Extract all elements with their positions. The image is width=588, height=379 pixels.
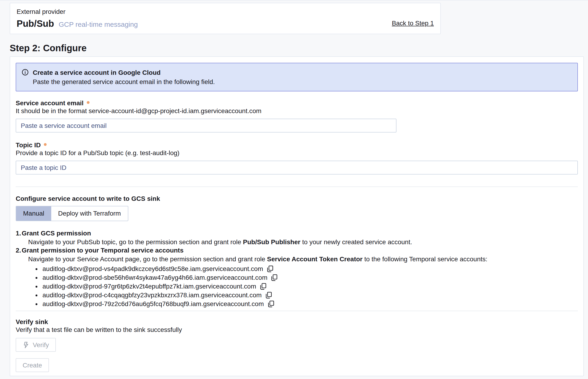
back-to-step-1-link[interactable]: Back to Step 1 <box>392 19 434 27</box>
page: External provider Pub/Sub GCP real-time … <box>0 0 588 379</box>
required-indicator <box>87 101 90 104</box>
service-account-email: auditlog-dktxv@prod-sbe56h6wr4sykaw47a6y… <box>43 273 267 282</box>
required-indicator <box>44 143 46 146</box>
copy-icon[interactable] <box>267 300 274 307</box>
list-item: auditlog-dktxv@prod-c4cqaqgbfzy23vpzkbxz… <box>43 291 578 300</box>
configure-sink-label: Configure service account to write to GC… <box>16 195 578 203</box>
provider-card-label: External provider <box>17 8 434 16</box>
list-item: auditlog-dktxv@prod-vs4padk9dkczcey6d6st… <box>43 265 578 273</box>
instruction-steps: 1.Grant GCS permission Navigate to your … <box>16 229 578 308</box>
info-icon <box>22 69 29 86</box>
service-account-email: auditlog-dktxv@prod-vs4padk9dkczcey6d6st… <box>43 265 263 273</box>
topic-id-input[interactable] <box>16 161 578 174</box>
tab-manual[interactable]: Manual <box>16 206 51 221</box>
field-service-account-email: Service account email It should be in th… <box>16 99 578 132</box>
step-description: Navigate to your Service Account page, g… <box>22 254 578 263</box>
provider-card: External provider Pub/Sub GCP real-time … <box>10 3 441 34</box>
topic-id-label: Topic ID <box>16 141 578 149</box>
list-item: auditlog-dktxv@prod-97gr6tp6zkv2t4epubff… <box>43 282 578 291</box>
banner-title: Create a service account in Google Cloud <box>33 68 215 77</box>
service-account-list: auditlog-dktxv@prod-vs4padk9dkczcey6d6st… <box>22 265 578 308</box>
service-account-email-hint: It should be in the format service-accou… <box>16 107 578 115</box>
provider-name: Pub/Sub <box>17 18 54 29</box>
list-item: auditlog-dktxv@prod-79z2c6d76au6g5fcq768… <box>43 300 578 308</box>
service-account-email: auditlog-dktxv@prod-97gr6tp6zkv2t4epubff… <box>43 282 256 291</box>
topic-id-hint: Provide a topic ID for a Pub/Sub topic (… <box>16 149 578 157</box>
service-account-email-input[interactable] <box>16 119 396 132</box>
step-description: Navigate to your PubSub topic, go to the… <box>22 237 578 246</box>
service-account-email-label: Service account email <box>16 99 578 107</box>
zap-icon <box>23 341 29 348</box>
step-1: 1.Grant GCS permission Navigate to your … <box>22 229 578 246</box>
copy-icon[interactable] <box>271 274 278 281</box>
copy-icon[interactable] <box>267 266 273 272</box>
copy-icon[interactable] <box>265 292 272 299</box>
step-number: 1. <box>16 229 22 237</box>
copy-icon[interactable] <box>260 283 266 290</box>
verify-button[interactable]: Verify <box>16 338 56 352</box>
tab-deploy-with-terraform[interactable]: Deploy with Terraform <box>51 206 128 221</box>
banner-description: Paste the generated service account emai… <box>33 77 215 86</box>
step-title: Grant permission to your Temporal servic… <box>22 247 184 254</box>
step-2: 2.Grant permission to your Temporal serv… <box>22 246 578 263</box>
divider <box>16 311 578 311</box>
step-title: Grant GCS permission <box>22 229 91 237</box>
sink-config-tabs: Manual Deploy with Terraform <box>16 206 128 221</box>
info-banner: Create a service account in Google Cloud… <box>16 63 578 91</box>
list-item: auditlog-dktxv@prod-sbe56h6wr4sykaw47a6y… <box>43 273 578 282</box>
verify-sink-title: Verify sink <box>16 318 578 326</box>
verify-section: Verify sink Verify that a test file can … <box>16 318 578 372</box>
create-button[interactable]: Create <box>16 358 49 372</box>
verify-sink-description: Verify that a test file can be written t… <box>16 326 578 334</box>
service-account-email: auditlog-dktxv@prod-c4cqaqgbfzy23vpzkbxz… <box>43 291 262 300</box>
service-account-email: auditlog-dktxv@prod-79z2c6d76au6g5fcq768… <box>43 300 264 308</box>
page-title: Step 2: Configure <box>10 43 588 54</box>
divider <box>16 187 578 187</box>
configure-card: Create a service account in Google Cloud… <box>10 56 584 376</box>
field-topic-id: Topic ID Provide a topic ID for a Pub/Su… <box>16 141 578 174</box>
step-number: 2. <box>16 246 22 254</box>
provider-subtitle: GCP real-time messaging <box>59 20 138 28</box>
